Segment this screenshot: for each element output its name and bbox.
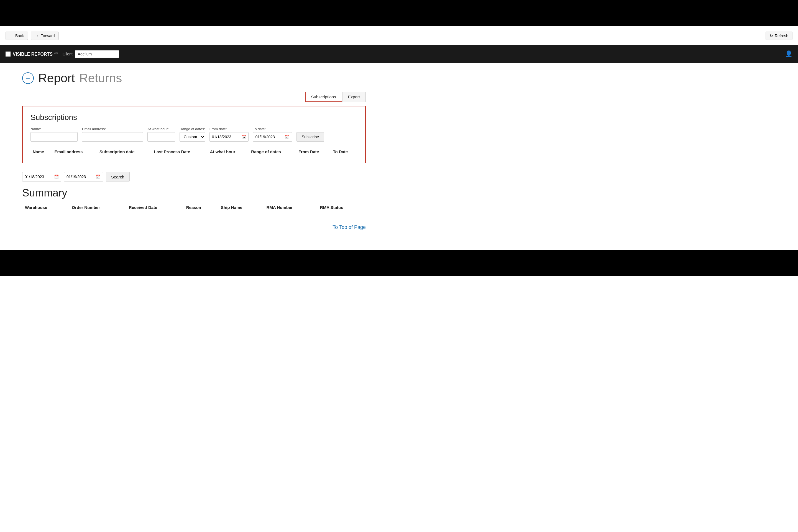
forward-label: Forward	[40, 34, 55, 38]
forward-arrow-icon: →	[35, 34, 39, 38]
to-date-input-wrap: 📅	[253, 132, 292, 141]
subscription-form: Name: Email address: At what hour: Range…	[31, 127, 358, 141]
forward-button[interactable]: → Forward	[31, 32, 59, 40]
subscriptions-panel-title: Subscriptions	[31, 113, 358, 122]
app-client: Client	[63, 50, 119, 58]
back-arrow-icon: ←	[10, 34, 14, 38]
action-buttons: Subscriptions Export	[22, 92, 366, 102]
summary-section: Summary Warehouse Order Number Received …	[22, 187, 366, 213]
from-date-group: From date: 📅	[209, 127, 249, 141]
email-group: Email address:	[82, 127, 143, 141]
col-ship-name: Ship Name	[218, 203, 264, 213]
refresh-label: Refresh	[775, 34, 788, 38]
logo-grid-icon	[5, 52, 11, 57]
summary-header-row: Warehouse Order Number Received Date Rea…	[22, 203, 366, 213]
subscribe-button[interactable]: Subscribe	[297, 132, 324, 141]
col-warehouse: Warehouse	[22, 203, 69, 213]
col-reason: Reason	[184, 203, 218, 213]
client-input[interactable]	[75, 50, 119, 58]
client-label: Client	[63, 52, 73, 56]
summary-table-header: Warehouse Order Number Received Date Rea…	[22, 203, 366, 213]
to-top-row: To Top of Page	[22, 225, 366, 241]
subscriptions-table: Name Email address Subscription date Las…	[31, 148, 358, 157]
search-button[interactable]: Search	[106, 172, 130, 182]
page-back-icon: ←	[25, 75, 31, 81]
bottom-black-bar	[0, 250, 798, 276]
col-name: Name	[31, 148, 52, 157]
hour-label: At what hour:	[147, 127, 175, 131]
nav-left: ← Back → Forward	[5, 32, 59, 40]
summary-title: Summary	[22, 187, 366, 199]
page-subtitle: Returns	[79, 71, 122, 85]
from-date-label: From date:	[209, 127, 249, 131]
app-header: VISIBLE REPORTS 3.0 Client 👤	[0, 45, 798, 63]
col-range: Range of dates	[249, 148, 296, 157]
logo-version: 3.0	[54, 51, 58, 55]
col-from-date: From Date	[296, 148, 331, 157]
name-group: Name:	[31, 127, 78, 141]
app-logo: VISIBLE REPORTS 3.0	[5, 51, 58, 57]
col-to-date: To Date	[330, 148, 358, 157]
range-select[interactable]: Custom	[179, 132, 205, 141]
name-input[interactable]	[31, 132, 78, 141]
col-last-process: Last Process Date	[152, 148, 208, 157]
hour-group: At what hour:	[147, 127, 175, 141]
to-date-calendar-icon[interactable]: 📅	[285, 135, 289, 139]
hour-input[interactable]	[147, 132, 175, 141]
search-to-date-wrap: 📅	[64, 172, 103, 182]
search-to-calendar-icon[interactable]: 📅	[96, 174, 100, 179]
date-search-row: 📅 📅 Search	[22, 172, 366, 182]
col-received-date: Received Date	[126, 203, 184, 213]
name-label: Name:	[31, 127, 78, 131]
from-date-calendar-icon[interactable]: 📅	[241, 135, 246, 139]
col-rma-status: RMA Status	[317, 203, 366, 213]
subscriptions-table-header: Name Email address Subscription date Las…	[31, 148, 358, 157]
subscriptions-header-row: Name Email address Subscription date Las…	[31, 148, 358, 157]
search-from-calendar-icon[interactable]: 📅	[54, 174, 59, 179]
top-black-bar	[0, 0, 798, 26]
refresh-icon: ↻	[770, 34, 773, 38]
to-top-link[interactable]: To Top of Page	[332, 225, 366, 230]
summary-table: Warehouse Order Number Received Date Rea…	[22, 203, 366, 213]
search-from-date-input[interactable]	[25, 174, 52, 179]
app-header-left: VISIBLE REPORTS 3.0 Client	[5, 50, 119, 58]
user-icon[interactable]: 👤	[785, 51, 793, 58]
to-date-group: To date: 📅	[253, 127, 292, 141]
to-date-input[interactable]	[255, 135, 283, 139]
main-content: ← Report Returns Subscriptions Export Su…	[0, 63, 388, 250]
nav-bar: ← Back → Forward ↻ Refresh	[0, 26, 798, 45]
search-from-date-wrap: 📅	[22, 172, 61, 182]
back-label: Back	[15, 34, 24, 38]
col-email: Email address	[52, 148, 97, 157]
col-rma-number: RMA Number	[264, 203, 317, 213]
search-to-date-input[interactable]	[66, 174, 94, 179]
to-date-label: To date:	[253, 127, 292, 131]
col-sub-date: Subscription date	[97, 148, 152, 157]
range-group: Range of dates: Custom	[179, 127, 205, 141]
export-button[interactable]: Export	[342, 92, 366, 102]
page-back-button[interactable]: ←	[22, 72, 34, 84]
col-order-number: Order Number	[69, 203, 126, 213]
page-title: Report	[38, 71, 75, 85]
subscriptions-panel: Subscriptions Name: Email address: At wh…	[22, 106, 366, 163]
subscriptions-button[interactable]: Subscriptions	[305, 92, 342, 102]
from-date-input-wrap: 📅	[209, 132, 249, 141]
from-date-input[interactable]	[212, 135, 240, 139]
range-label: Range of dates:	[179, 127, 205, 131]
email-input[interactable]	[82, 132, 143, 141]
email-label: Email address:	[82, 127, 143, 131]
logo-text: VISIBLE REPORTS 3.0	[13, 51, 58, 57]
back-button[interactable]: ← Back	[5, 32, 28, 40]
refresh-button[interactable]: ↻ Refresh	[765, 32, 793, 40]
col-hour: At what hour	[208, 148, 249, 157]
page-title-row: ← Report Returns	[22, 71, 366, 85]
